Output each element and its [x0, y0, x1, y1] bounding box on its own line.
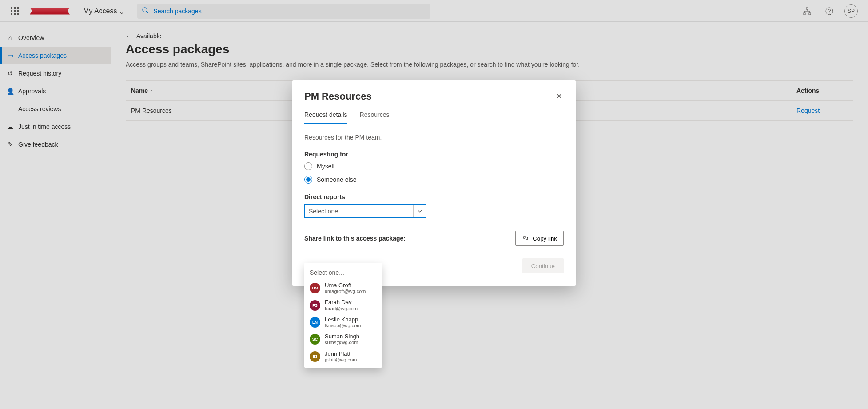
copy-link-button[interactable]: Copy link	[515, 231, 564, 246]
person-option[interactable]: SCSuman Singhsums@wg.com	[304, 331, 382, 348]
radio-label: Someone else	[317, 176, 357, 183]
person-text: Leslie Knapplknapp@wg.com	[325, 317, 361, 328]
person-avatar: LN	[310, 317, 320, 328]
person-avatar: E3	[310, 351, 320, 362]
tab-resources[interactable]: Resources	[360, 111, 390, 124]
person-name: Suman Singh	[325, 333, 359, 340]
direct-reports-select[interactable]: Select one...	[304, 204, 426, 218]
select-placeholder: Select one...	[309, 208, 413, 215]
app-root: My Access SP ⌂ Overview	[0, 0, 868, 409]
person-email: sums@wg.com	[325, 340, 359, 345]
person-text: Jenn Plattjplatt@wg.com	[325, 351, 357, 362]
person-avatar: FS	[310, 300, 320, 311]
person-email: jplatt@wg.com	[325, 357, 357, 362]
person-email: farad@wg.com	[325, 306, 358, 311]
tab-request-details[interactable]: Request details	[304, 111, 347, 124]
modal-description: Resources for the PM team.	[304, 134, 564, 141]
person-option[interactable]: FSFarah Dayfarad@wg.com	[304, 297, 382, 313]
person-name: Leslie Knapp	[325, 317, 361, 323]
listbox-placeholder[interactable]: Select one...	[304, 265, 382, 280]
radio-myself[interactable]: Myself	[304, 162, 564, 170]
person-option[interactable]: E3Jenn Plattjplatt@wg.com	[304, 348, 382, 365]
radio-icon	[304, 162, 312, 170]
close-button[interactable]: ✕	[554, 90, 564, 102]
person-text: Uma Groftumagroft@wg.com	[325, 282, 366, 294]
link-icon	[522, 234, 529, 243]
requesting-for-label: Requesting for	[304, 151, 564, 158]
person-avatar: SC	[310, 334, 320, 345]
modal-title: PM Resources	[304, 91, 372, 102]
request-modal: PM Resources ✕ Request details Resources…	[292, 80, 576, 286]
person-email: umagroft@wg.com	[325, 289, 366, 294]
modal-tabs: Request details Resources	[304, 111, 564, 124]
direct-reports-label: Direct reports	[304, 193, 564, 200]
radio-icon	[304, 176, 312, 184]
person-name: Jenn Platt	[325, 351, 357, 357]
person-text: Farah Dayfarad@wg.com	[325, 299, 358, 311]
person-text: Suman Singhsums@wg.com	[325, 333, 359, 345]
radio-someone-else[interactable]: Someone else	[304, 176, 564, 184]
person-avatar: UM	[310, 283, 320, 293]
person-option[interactable]: LNLeslie Knapplknapp@wg.com	[304, 314, 382, 331]
copy-link-label: Copy link	[533, 235, 557, 242]
share-link-label: Share link to this access package:	[304, 235, 406, 242]
radio-label: Myself	[317, 163, 334, 170]
direct-reports-listbox: Select one... UMUma Groftumagroft@wg.com…	[304, 263, 382, 368]
person-name: Farah Day	[325, 299, 358, 305]
person-name: Uma Groft	[325, 282, 366, 289]
continue-button[interactable]: Continue	[522, 258, 564, 273]
close-icon: ✕	[556, 92, 562, 100]
chevron-down-icon	[413, 205, 426, 217]
person-option[interactable]: UMUma Groftumagroft@wg.com	[304, 280, 382, 297]
person-email: lknapp@wg.com	[325, 323, 361, 328]
